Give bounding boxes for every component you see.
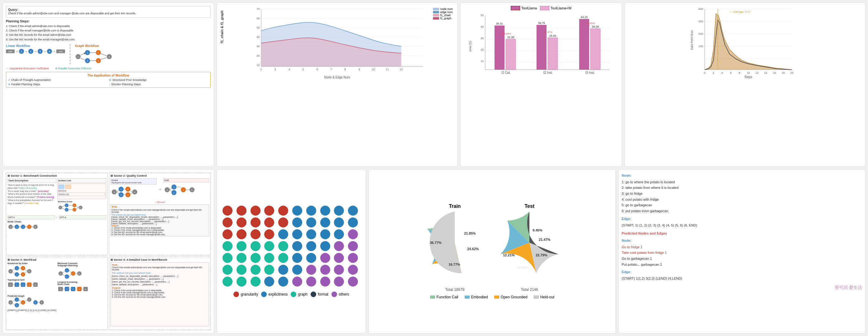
svg-text:2: 2 xyxy=(260,68,262,71)
svg-line-13 xyxy=(81,58,85,60)
pred-node-2: Take cool potato from fridge 1 xyxy=(622,250,862,256)
svg-text:6: 6 xyxy=(316,68,318,71)
svg-text:10: 10 xyxy=(480,60,483,63)
row-2: ⊞ Sector 1: Benchmark Construction Task … xyxy=(2,169,866,334)
dot xyxy=(237,265,247,275)
dot xyxy=(320,277,330,287)
dot-grid xyxy=(220,203,363,289)
svg-text:39.76: 39.76 xyxy=(538,22,545,25)
svg-rect-57 xyxy=(506,39,516,70)
svg-line-202 xyxy=(63,274,65,276)
dot xyxy=(222,277,232,287)
node-6: 6: put potato in/on garbagecan. xyxy=(622,208,862,214)
dot xyxy=(264,229,274,239)
app-grid: ↗Chain-of-Thought Augmentation ⊞Structur… xyxy=(8,78,209,86)
dot xyxy=(251,229,260,239)
node-chain-label: Node Chain xyxy=(7,220,106,223)
svg-point-106 xyxy=(72,203,76,207)
svg-text:S: S xyxy=(166,189,167,191)
svg-text:E: E xyxy=(134,191,135,193)
svg-text:Data Point Num: Data Point Num xyxy=(690,30,693,50)
app-item-3: ⇉Parallel Planning Steps xyxy=(8,83,108,86)
svg-rect-62 xyxy=(548,38,558,70)
predicted-graph-label: Predicted Graph xyxy=(7,295,106,297)
test-total: Total 2146 xyxy=(498,288,560,292)
node-5: 5: go to garbagecan xyxy=(622,202,862,208)
svg-text:44.15: 44.15 xyxy=(581,15,588,19)
dot xyxy=(222,265,232,275)
pred-node-4: Put potato... garbagecan 1 xyxy=(622,262,862,268)
dot xyxy=(278,229,288,239)
dot xyxy=(222,241,232,251)
pred-edge-label: Edge: xyxy=(622,269,862,275)
bar-chart-svg: 50 40 30 20 10 39.31 25.36 135.49% 39.76… xyxy=(464,12,619,80)
svg-text:2: 2 xyxy=(87,60,88,62)
svg-text:E: E xyxy=(35,284,36,286)
svg-line-109 xyxy=(62,206,65,207)
panel-workflow-construction: ⊞ Sector 1: Benchmark Construction Task … xyxy=(2,169,214,334)
svg-text:Workflow Graph: Workflow Graph xyxy=(58,201,72,203)
svg-line-113 xyxy=(76,207,79,207)
svg-line-155 xyxy=(169,188,172,190)
dot xyxy=(251,253,260,263)
svg-text:2: 2 xyxy=(712,71,714,74)
svg-text:5: 5 xyxy=(41,302,42,304)
dot xyxy=(278,265,288,275)
svg-text:7: 7 xyxy=(331,68,332,71)
svg-text:32.47%: 32.47% xyxy=(544,31,552,34)
watermark: 受可回·爱生活 xyxy=(622,284,862,292)
x-axis-label: Node & Edge Num xyxy=(220,76,454,79)
start-text: [START1] [START2] (1,5) (2,4) (2,LEND) (… xyxy=(7,309,106,311)
dot xyxy=(251,241,260,251)
svg-text:18: 18 xyxy=(781,71,784,74)
svg-text:3: 3 xyxy=(23,268,24,269)
svg-text:200: 200 xyxy=(699,32,703,35)
svg-text:4: 4 xyxy=(73,209,74,211)
dot xyxy=(278,253,288,263)
svg-text:6: 6 xyxy=(730,71,732,74)
dot xyxy=(348,277,358,287)
svg-line-182 xyxy=(25,272,27,273)
dot xyxy=(264,217,274,227)
dot xyxy=(320,229,330,239)
app-item-2: ⊞Structured Prior Knowledge xyxy=(109,78,209,81)
dot xyxy=(348,229,358,239)
graph-workflow-diagram: S 1 2 3 4 E xyxy=(75,49,112,64)
max-common-subgraph: Maximum CommonSubgraph Matching xyxy=(58,262,106,267)
dot xyxy=(306,265,316,275)
svg-text:40: 40 xyxy=(480,25,483,28)
dot xyxy=(306,217,316,227)
svg-text:2: 2 xyxy=(17,305,18,306)
dot xyxy=(292,265,302,275)
sector1-title: ⊞ Sector 1: Benchmark Construction xyxy=(7,174,106,177)
train-title: Train xyxy=(424,203,486,209)
dot xyxy=(348,206,358,215)
svg-text:I2 Cat.: I2 Cat. xyxy=(501,71,510,74)
dot xyxy=(306,253,316,263)
dot xyxy=(251,217,260,227)
task-desc-text: "How to pack a carry on bag full of fun … xyxy=(7,183,56,205)
dot xyxy=(320,241,330,251)
others-label: others xyxy=(339,292,349,297)
embodied-label: Embodied xyxy=(471,295,488,299)
topo-sort-svg: S 1 2 3 4 E xyxy=(111,185,145,199)
dot xyxy=(237,206,247,215)
dot xyxy=(292,206,302,215)
svg-text:60: 60 xyxy=(256,17,259,20)
svg-text:1: 1 xyxy=(87,52,88,54)
legend-explicitness: explicitness xyxy=(261,292,287,297)
sector-2: ⊞ Sector 2: Quality Control SortedTopolo… xyxy=(109,173,211,256)
dot xyxy=(320,253,330,263)
dot xyxy=(292,241,302,251)
svg-text:14: 14 xyxy=(764,71,767,74)
svg-line-156 xyxy=(169,190,172,192)
panel-bar-chart: ToolLlama ToolLlama+W 50 40 30 20 10 39.… xyxy=(460,2,622,167)
sector2-task: Task: Check if the emails admin@site.com… xyxy=(111,204,209,236)
dot xyxy=(292,277,302,287)
dot xyxy=(334,277,344,287)
dot xyxy=(320,206,330,215)
sector3-graph1: S 1 2 3 4 E xyxy=(7,265,39,277)
workflow-graph-small: Workflow Graph xyxy=(57,200,85,214)
sector3-linear-svg: S 1 2 4 E xyxy=(58,285,89,293)
svg-line-237 xyxy=(19,303,21,304)
